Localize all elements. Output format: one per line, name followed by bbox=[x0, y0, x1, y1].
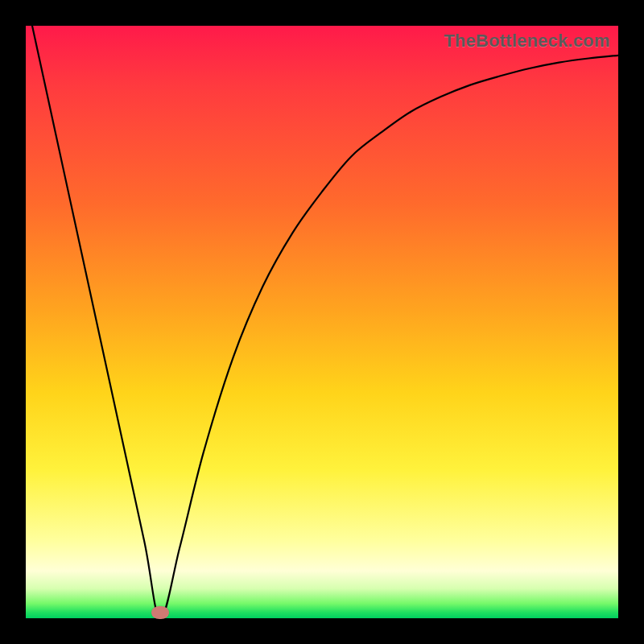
chart-frame: TheBottleneck.com bbox=[0, 0, 644, 644]
curve-path bbox=[26, 26, 618, 618]
chart-plot-area: TheBottleneck.com bbox=[26, 26, 618, 618]
optimum-marker bbox=[151, 606, 169, 619]
bottleneck-curve bbox=[26, 26, 618, 618]
